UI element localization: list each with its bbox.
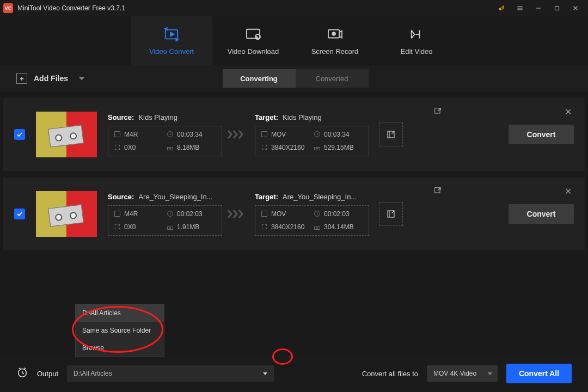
main-tabs: Video Convert Video Download Screen Reco… [0, 16, 588, 65]
tab-converted[interactable]: Converted [296, 69, 369, 88]
schedule-icon[interactable] [16, 366, 28, 381]
chevron-down-icon [263, 372, 267, 375]
close-icon[interactable] [566, 0, 585, 16]
output-path-option[interactable]: D:\All Articles [76, 304, 164, 322]
format-settings-button[interactable] [379, 122, 403, 146]
svg-rect-19 [315, 148, 320, 150]
record-icon [327, 27, 343, 42]
convert-button[interactable]: Convert [509, 204, 574, 224]
target-block: Target:Kids Playing MOV 00:03:34 3840X21… [255, 113, 369, 156]
edit-icon [408, 27, 425, 42]
output-format-select[interactable]: MOV 4K Video [427, 365, 498, 382]
minimize-icon[interactable] [529, 0, 548, 16]
convert-icon [163, 27, 180, 42]
app-logo: VC [3, 3, 13, 13]
download-icon [245, 27, 261, 42]
thumbnail [36, 191, 97, 237]
remove-row-icon[interactable]: ✕ [565, 107, 572, 117]
file-row: Source:Kids Playing M4R 00:03:34 0X0 8.1… [3, 98, 585, 171]
open-external-icon[interactable] [433, 107, 442, 118]
footer: Output D:\All Articles Convert all files… [0, 355, 588, 392]
action-bar: + Add Files Converting Converted [0, 65, 588, 91]
convert-button[interactable]: Convert [509, 125, 574, 144]
format-settings-button[interactable] [379, 202, 403, 226]
svg-point-26 [169, 228, 170, 229]
output-path-menu: D:\All Articles Same as Source Folder Br… [75, 304, 164, 357]
tab-video-convert[interactable]: Video Convert [131, 16, 212, 65]
status-segment: Converting Converted [223, 69, 369, 88]
plus-icon: + [16, 73, 27, 84]
convert-all-button[interactable]: Convert All [506, 364, 572, 383]
output-path-option[interactable]: Browse [76, 339, 164, 357]
svg-rect-5 [555, 7, 559, 10]
output-path-option[interactable]: Same as Source Folder [76, 322, 164, 339]
open-external-icon[interactable] [433, 186, 442, 197]
tab-video-download[interactable]: Video Download [212, 16, 294, 65]
target-block: Target:Are_You_Sleeping_In... MOV 00:02:… [255, 193, 369, 236]
titlebar: VC MiniTool Video Converter Free v3.7.1 [0, 0, 588, 16]
row-checkbox[interactable] [14, 209, 25, 219]
add-files-button[interactable]: + Add Files [16, 73, 84, 84]
remove-row-icon[interactable]: ✕ [565, 186, 572, 197]
chevron-down-icon [79, 77, 84, 80]
svg-point-30 [316, 228, 317, 229]
thumbnail [36, 112, 97, 157]
svg-point-0 [499, 8, 501, 10]
svg-point-16 [169, 148, 170, 149]
svg-rect-27 [262, 211, 267, 217]
tab-screen-record[interactable]: Screen Record [294, 16, 376, 65]
tab-converting[interactable]: Converting [223, 69, 296, 88]
add-files-label: Add Files [34, 74, 68, 83]
menu-icon[interactable] [511, 0, 529, 16]
arrow-icon [222, 128, 255, 140]
svg-point-12 [332, 32, 335, 35]
tab-label: Video Download [228, 47, 279, 56]
svg-rect-22 [435, 108, 440, 113]
chevron-down-icon [488, 372, 492, 375]
svg-rect-15 [168, 148, 173, 150]
svg-rect-13 [115, 132, 120, 137]
svg-rect-29 [315, 227, 320, 230]
key-icon[interactable] [492, 0, 511, 16]
source-block: Source:Kids Playing M4R 00:03:34 0X0 8.1… [108, 113, 222, 156]
file-row: Source:Are_You_Sleeping_In... M4R 00:02:… [3, 177, 585, 250]
output-label: Output [37, 370, 58, 378]
svg-rect-23 [115, 211, 120, 217]
tab-edit-video[interactable]: Edit Video [376, 16, 457, 65]
file-list: Source:Kids Playing M4R 00:03:34 0X0 8.1… [0, 91, 588, 257]
tab-label: Screen Record [311, 47, 359, 56]
arrow-icon [222, 208, 255, 220]
tab-label: Edit Video [400, 47, 432, 56]
svg-rect-32 [435, 188, 440, 193]
svg-rect-17 [262, 132, 267, 137]
app-title: MiniTool Video Converter Free v3.7.1 [17, 4, 125, 12]
output-path-select[interactable]: D:\All Articles [67, 365, 274, 382]
svg-point-20 [316, 148, 317, 149]
maximize-icon[interactable] [548, 0, 566, 16]
tab-label: Video Convert [149, 47, 194, 56]
svg-rect-25 [168, 227, 173, 230]
format-label: Convert all files to [362, 370, 418, 378]
source-block: Source:Are_You_Sleeping_In... M4R 00:02:… [108, 193, 222, 236]
row-checkbox[interactable] [14, 129, 25, 140]
